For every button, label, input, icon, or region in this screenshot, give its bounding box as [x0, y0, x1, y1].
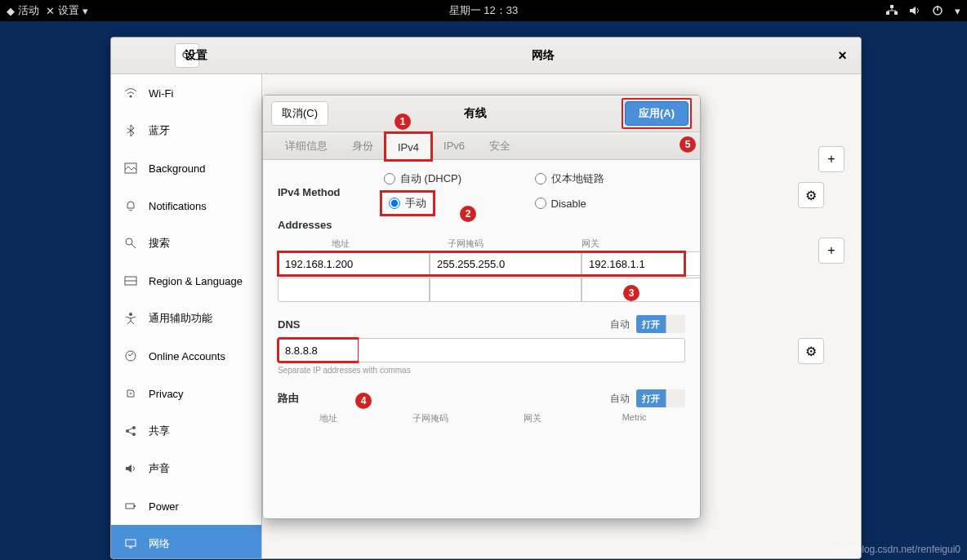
address-row — [278, 251, 685, 276]
svg-point-13 — [129, 313, 132, 316]
dns-auto-label: 自动 — [610, 318, 630, 331]
sidebar-item-search[interactable]: 搜索 — [111, 224, 261, 262]
gateway-input[interactable] — [582, 278, 700, 302]
tab-ipv4[interactable]: IPv4 — [385, 133, 431, 160]
chevron-down-icon: ▾ — [82, 5, 88, 17]
tab-identity[interactable]: 身份 — [340, 132, 385, 159]
radio-disable[interactable]: Disable — [535, 194, 686, 212]
sidebar-item-accessibility[interactable]: 通用辅助功能 — [111, 300, 261, 337]
routes-auto-toggle[interactable]: 打开 — [636, 389, 685, 407]
routes-auto-label: 自动 — [610, 392, 630, 406]
radio-manual[interactable]: 手动 — [384, 194, 431, 212]
sidebar-item-sharing[interactable]: 共享 — [111, 412, 261, 450]
annotation-badge: 1 — [394, 113, 411, 130]
app-menu[interactable]: ✕ 设置 ▾ — [46, 3, 88, 18]
background-icon — [124, 162, 137, 175]
dns-label: DNS — [278, 318, 300, 331]
col-gateway: 网关 — [528, 238, 653, 250]
dns-hint: Separate IP addresses with commas — [278, 366, 685, 375]
share-icon — [124, 424, 137, 438]
sound-icon — [124, 462, 137, 475]
sidebar-item-privacy[interactable]: Privacy — [111, 375, 261, 412]
cancel-button[interactable]: 取消(C) — [271, 101, 328, 126]
svg-rect-2 — [894, 11, 898, 15]
radio-label: 仅本地链路 — [551, 171, 604, 186]
proxy-settings-button[interactable]: ⚙ — [798, 338, 824, 364]
power-icon[interactable] — [932, 5, 943, 16]
online-accounts-icon — [124, 349, 137, 362]
tab-security[interactable]: 安全 — [477, 132, 523, 159]
netmask-input[interactable] — [430, 278, 582, 302]
sidebar-item-notifications[interactable]: Notifications — [111, 187, 261, 224]
annotation-badge: 4 — [355, 393, 372, 409]
toggle-on-label: 打开 — [636, 315, 666, 333]
radio-label: 自动 (DHCP) — [400, 171, 461, 186]
dialog-headerbar: 取消(C) 有线 应用(A) — [263, 96, 700, 132]
radio-label: Disable — [551, 198, 586, 210]
close-button[interactable]: × — [824, 47, 861, 64]
sidebar-item-region[interactable]: Region & Language — [111, 262, 261, 300]
radio-link-local[interactable]: 仅本地链路 — [535, 171, 686, 186]
app-menu-label: 设置 — [58, 3, 79, 18]
annotation-badge: 3 — [623, 285, 639, 301]
svg-rect-0 — [890, 5, 893, 8]
apply-button[interactable]: 应用(A) — [625, 101, 688, 126]
power-icon — [124, 500, 137, 513]
annotation-badge: 5 — [680, 136, 696, 153]
watermark: https://blog.csdn.net/renfeigui0 — [827, 544, 960, 555]
sidebar-item-label: Background — [149, 162, 205, 175]
activities-button[interactable]: ◆ 活动 — [7, 3, 39, 18]
dns-input-rest[interactable] — [359, 338, 685, 362]
settings-headerbar: 设置 网络 × — [111, 38, 861, 74]
wifi-icon — [124, 87, 137, 100]
sidebar-item-background[interactable]: Background — [111, 149, 261, 187]
sidebar-item-label: 声音 — [149, 461, 170, 476]
clock[interactable]: 星期一 12：33 — [449, 3, 519, 18]
dialog-title: 有线 — [328, 106, 622, 121]
volume-icon[interactable] — [909, 5, 920, 16]
sidebar-item-network[interactable]: 网络 — [111, 525, 261, 558]
activities-icon: ◆ — [7, 5, 15, 17]
sidebar-item-power[interactable]: Power — [111, 487, 261, 525]
ipv4-method-label: IPv4 Method — [278, 186, 384, 198]
dns-input[interactable] — [278, 338, 359, 362]
connection-settings-button[interactable]: ⚙ — [798, 182, 824, 208]
sidebar-item-label: Online Accounts — [149, 350, 225, 362]
svg-rect-1 — [886, 11, 889, 15]
address-input[interactable] — [278, 278, 430, 302]
sidebar-item-wifi[interactable]: Wi-Fi — [111, 74, 261, 112]
chevron-down-icon[interactable]: ▾ — [955, 5, 960, 17]
radio-auto-dhcp[interactable]: 自动 (DHCP) — [384, 171, 535, 186]
sidebar-item-label: Privacy — [149, 388, 184, 400]
dns-auto-toggle[interactable]: 打开 — [636, 315, 685, 333]
tab-details[interactable]: 详细信息 — [273, 132, 340, 159]
add-connection-button[interactable]: + — [818, 146, 844, 172]
network-icon — [124, 537, 137, 550]
svg-point-9 — [126, 238, 132, 245]
col-netmask: 子网掩码 — [380, 412, 482, 424]
bell-icon — [124, 199, 137, 212]
network-status-icon[interactable] — [886, 5, 898, 16]
svg-point-15 — [130, 393, 131, 394]
addresses-label: Addresses — [278, 219, 685, 231]
sidebar-item-bluetooth[interactable]: 蓝牙 — [111, 112, 261, 149]
svg-line-10 — [131, 244, 136, 248]
tab-ipv6[interactable]: IPv6 — [431, 132, 477, 159]
svg-rect-22 — [134, 505, 136, 507]
netmask-input[interactable] — [430, 251, 582, 276]
col-address: 地址 — [278, 238, 403, 250]
activities-label: 活动 — [18, 3, 39, 18]
gateway-input[interactable] — [582, 251, 700, 276]
annotation-badge: 2 — [460, 206, 476, 222]
svg-line-19 — [128, 428, 133, 430]
sidebar-item-sound[interactable]: 声音 — [111, 450, 261, 487]
sidebar-item-online-accounts[interactable]: Online Accounts — [111, 337, 261, 375]
add-vpn-button[interactable]: + — [818, 238, 844, 264]
col-metric: Metric — [583, 412, 685, 424]
bluetooth-icon — [124, 124, 137, 137]
sidebar-item-label: 通用辅助功能 — [149, 311, 212, 326]
sidebar-item-label: Wi-Fi — [149, 87, 173, 100]
svg-point-7 — [130, 96, 132, 98]
page-title: 网络 — [262, 48, 824, 63]
address-input[interactable] — [278, 251, 430, 276]
